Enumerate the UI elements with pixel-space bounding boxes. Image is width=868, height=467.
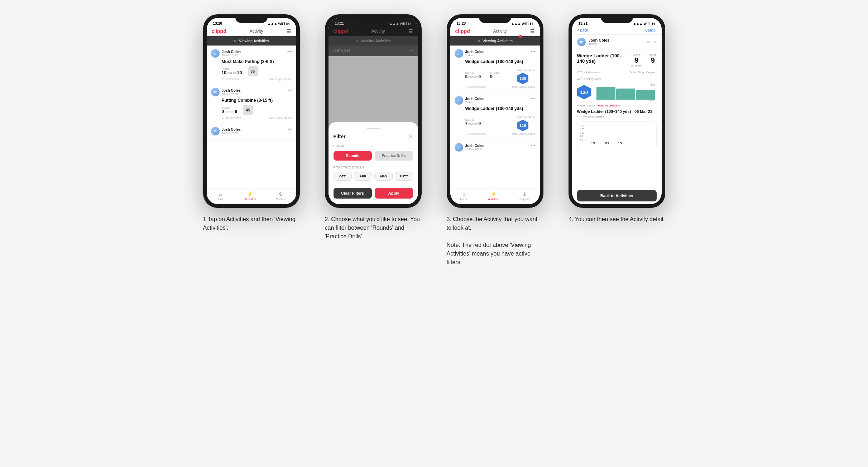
nav-home-3[interactable]: ⌂ Home <box>460 191 468 201</box>
edit-icon-4[interactable]: ✏ <box>647 39 650 44</box>
stat-score-3a: Score 9 OUT OF 9 <box>465 72 481 79</box>
back-to-activities-4[interactable]: Back to Activities <box>577 190 657 201</box>
hamburger-icon-3[interactable]: ☰ <box>530 28 535 34</box>
score-label-1: Score <box>222 68 242 70</box>
more-dots-2[interactable]: ••• <box>287 88 292 93</box>
stats-row-1: Score 10 OUT OF 20 75 <box>211 66 292 76</box>
hex-badge-4: 130 <box>577 85 591 99</box>
card-header-3b: JC Josh Coles Today ••• <box>455 96 536 105</box>
bar-item-4-4 <box>628 144 640 146</box>
user-name-3c: Josh Coles <box>465 144 484 148</box>
drill-putt-2[interactable]: PUTT <box>395 172 413 181</box>
phone-notch-1 <box>235 14 268 23</box>
signal-icon-1: ▲▲▲ <box>268 22 277 25</box>
user-meta-3a: Josh Coles Today <box>465 50 484 57</box>
stat-shots-3a: Shots 9 <box>490 72 499 79</box>
score-value-2: 0 OUT OF 9 <box>222 109 238 114</box>
bar-item-3-4: 124 <box>614 142 626 146</box>
sq-badge-1: 75 <box>248 66 258 76</box>
user-info-2: JC Josh Coles 28 Feb 2023 <box>211 88 241 96</box>
practice-drills-btn-2[interactable]: Practice Drills <box>375 151 413 161</box>
test-info-4: ⊙ Test Information <box>577 71 601 74</box>
detail-user-name-4: Josh Coles <box>589 38 610 42</box>
more-dots-3a[interactable]: ••• <box>531 49 536 54</box>
back-button-4[interactable]: < Back <box>577 28 588 32</box>
drill-arg-2[interactable]: ARG <box>374 172 393 181</box>
status-time-1: 13:20 <box>213 22 222 25</box>
score-value-1: 10 OUT OF 20 <box>222 70 242 75</box>
activity-card-3c[interactable]: JC Josh Coles 28 Feb 2023 ••• <box>450 139 540 157</box>
screen-content-1: JC Josh Coles 28 Feb 2023 ••• Must Make … <box>207 46 296 189</box>
drill-app-2[interactable]: APP <box>354 172 372 181</box>
bar-item-2-4: 129 <box>601 142 613 146</box>
caption-3-note: Note: The red dot above 'Viewing Activit… <box>447 241 543 267</box>
screen-content-3: JC Josh Coles Today ••• Wedge Ladder (10… <box>450 46 540 189</box>
apply-btn-2[interactable]: Apply <box>375 188 413 199</box>
activities-icon-1: ⚡ <box>247 191 253 197</box>
hamburger-icon-1[interactable]: ☰ <box>287 28 291 34</box>
caption-4: 4. You can then see the Activity detail. <box>569 215 665 224</box>
more-dots-3b[interactable]: ••• <box>531 96 536 101</box>
detail-user-section-4: JC Josh Coles Today ✏ ⤢ <box>572 35 662 49</box>
status-time-4: 13:21 <box>579 22 588 25</box>
activity-card-1[interactable]: JC Josh Coles 28 Feb 2023 ••• Must Make … <box>207 46 296 84</box>
activity-card-3[interactable]: JC Josh Coles 28 Feb 2023 ••• <box>207 123 296 141</box>
activity-card-2[interactable]: JC Josh Coles 28 Feb 2023 ••• Putting Co… <box>207 84 296 123</box>
sq-badge-3b: 118 <box>517 120 528 131</box>
more-dots-3[interactable]: ••• <box>287 127 292 132</box>
detail-user-date-4: Today <box>589 42 610 46</box>
battery-icon-3: 84 <box>529 22 533 25</box>
expand-icon-4[interactable]: ⤢ <box>653 39 657 44</box>
y-axis-4: 140 120 100 80 60 <box>580 124 585 146</box>
card-header-3c: JC Josh Coles 28 Feb 2023 ••• <box>455 143 536 152</box>
card-header-2: JC Josh Coles 28 Feb 2023 ••• <box>211 88 292 96</box>
activity-card-3b[interactable]: JC Josh Coles Today ••• Wedge Ladder (10… <box>450 92 540 139</box>
nav-activities-1[interactable]: ⚡ Activities <box>244 191 256 201</box>
stats-row-3b: Score 7 OUT OF 9 Shot Quality 118 <box>455 113 536 131</box>
status-icons-1: ▲▲▲ WiFi 84 <box>268 22 290 25</box>
rounds-btn-2[interactable]: Rounds <box>334 151 372 161</box>
info-1: Test Information <box>222 78 240 80</box>
activities-icon-3: ⚡ <box>490 191 497 197</box>
detail-score-section-4: Score 9 OUT OF Shots 9 <box>631 53 657 68</box>
nav-capture-1[interactable]: ⊕ Capture <box>276 191 286 201</box>
app-nav-3: clippd Activity ☰ <box>450 26 540 36</box>
more-dots-3c[interactable]: ••• <box>531 143 536 148</box>
cancel-button-4[interactable]: Cancel <box>645 28 656 32</box>
score-label-2: Score <box>222 106 238 109</box>
stats-row-3a: Score 9 OUT OF 9 Shots 9 <box>455 66 536 84</box>
battery-icon-4: 84 <box>651 22 655 25</box>
user-date-3c: 28 Feb 2023 <box>465 148 484 151</box>
activity-card-3a[interactable]: JC Josh Coles Today ••• Wedge Ladder (10… <box>450 46 540 92</box>
bar-item-5-4 <box>641 144 653 146</box>
nav-capture-3[interactable]: ⊕ Capture <box>519 191 529 201</box>
detail-content-4: Wedge Ladder (100–140 yds) Score 9 OUT O… <box>572 49 662 190</box>
close-button-2[interactable]: ✕ <box>409 134 413 139</box>
avatar-1: JC <box>211 49 220 58</box>
viewing-banner-1[interactable]: ⚙ Viewing Activities <box>207 36 296 46</box>
home-label-3: Home <box>460 197 468 201</box>
dashed-line-4 <box>587 129 653 129</box>
wifi-icon-4: WiFi <box>644 22 651 25</box>
bar-chart-container-4: 132 129 <box>587 124 653 146</box>
signal-icon-4: ▲▲▲ <box>633 22 643 25</box>
activity-title-1: Must Make Putting (3-6 ft) <box>211 59 292 64</box>
viewing-banner-3[interactable]: ⚙ Viewing Activities <box>450 36 540 46</box>
nav-activities-3[interactable]: ⚡ Activities <box>488 191 499 201</box>
pa-link-4[interactable]: Practice Session <box>597 104 620 107</box>
user-meta-3: Josh Coles 28 Feb 2023 <box>222 128 241 135</box>
chart-area-4: 132 129 <box>587 124 653 146</box>
nav-home-1[interactable]: ⌂ Home <box>217 191 224 201</box>
app-logo-1: clippd <box>212 28 226 34</box>
clear-filters-btn-2[interactable]: Clear Filters <box>334 188 372 199</box>
banner-icon-3: ⚙ <box>477 39 480 43</box>
data-source-1: Data: Clippd Capture <box>268 78 292 80</box>
user-meta-2: Josh Coles 28 Feb 2023 <box>222 89 241 96</box>
card-footer-2: ⊙ Test Information Data: Clippd Capture <box>211 116 292 119</box>
more-dots-1[interactable]: ••• <box>287 49 292 54</box>
drill-ott-2[interactable]: OTT <box>334 172 352 181</box>
stat-score-1: Score 10 OUT OF 20 <box>222 68 242 75</box>
signal-icon-3: ▲▲▲ <box>511 22 521 25</box>
drills-label-2: Practice Drills <box>334 166 413 169</box>
sq-badge-2: 45 <box>243 105 253 115</box>
